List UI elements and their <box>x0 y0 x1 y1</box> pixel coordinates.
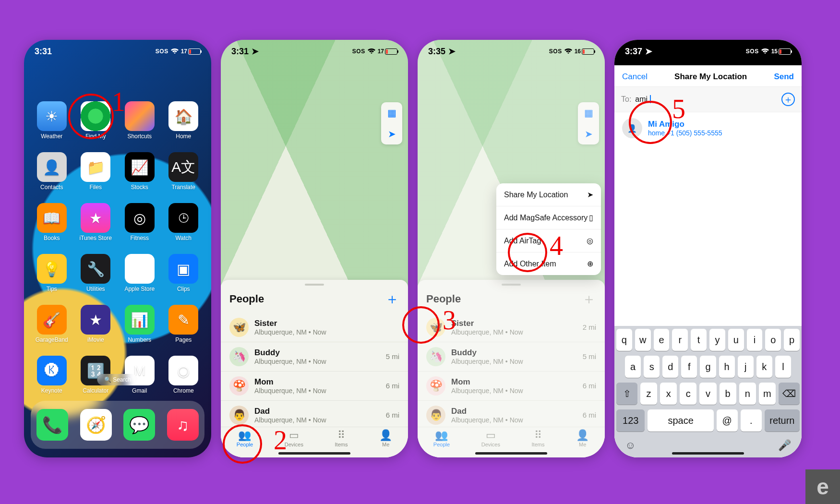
app-weather[interactable]: ☀︎Weather <box>30 101 74 140</box>
location-services-icon: ➤ <box>645 46 652 57</box>
phone-icon[interactable]: 📞 <box>36 409 68 441</box>
home-indicator[interactable] <box>475 452 547 455</box>
wifi-icon <box>171 48 179 54</box>
key-n[interactable]: n <box>739 383 756 405</box>
apple-store-icon <box>125 254 155 284</box>
music-icon[interactable]: ♫ <box>167 409 199 441</box>
key-w[interactable]: w <box>635 329 651 351</box>
location-services-icon: ➤ <box>252 46 259 57</box>
key-q[interactable]: q <box>616 329 632 351</box>
app-fitness[interactable]: ◎Fitness <box>118 203 162 241</box>
app-watch[interactable]: ⌚︎Watch <box>162 203 206 241</box>
tab-devices[interactable]: ▭Devices <box>285 429 303 447</box>
key-g[interactable]: g <box>700 356 716 378</box>
wifi-icon <box>564 48 572 54</box>
key-b[interactable]: b <box>720 383 736 405</box>
key-m[interactable]: m <box>759 383 776 405</box>
app-itunes-store[interactable]: ★iTunes Store <box>74 203 118 241</box>
tab-me[interactable]: 👤Me <box>379 429 392 447</box>
key-i[interactable]: i <box>747 329 763 351</box>
app-contacts[interactable]: 👤Contacts <box>30 152 74 191</box>
app-tips[interactable]: 💡Tips <box>30 254 74 292</box>
key-shift[interactable]: ⇧ <box>616 383 637 405</box>
app-label: Translate <box>171 184 195 191</box>
dictation-key[interactable]: 🎤 <box>778 439 791 452</box>
key-v[interactable]: v <box>699 383 716 405</box>
home-indicator[interactable] <box>278 452 350 455</box>
people-list[interactable]: 🦋SisterAlbuquerque, NM • Now🦄BuddyAlbuqu… <box>221 313 408 427</box>
home-indicator[interactable] <box>672 452 744 455</box>
safari-icon[interactable]: 🧭 <box>80 409 112 441</box>
annotation-circle-5 <box>629 101 672 144</box>
key-p[interactable]: p <box>784 329 800 351</box>
key-x[interactable]: x <box>660 383 677 405</box>
key-z[interactable]: z <box>640 383 657 405</box>
key-k[interactable]: k <box>756 356 772 378</box>
app-pages[interactable]: ✎Pages <box>162 305 206 343</box>
key-s[interactable]: s <box>644 356 660 378</box>
app-label: Tips <box>47 286 57 292</box>
key-l[interactable]: l <box>775 356 791 378</box>
app-garageband[interactable]: 🎸GarageBand <box>30 305 74 343</box>
key-c[interactable]: c <box>680 383 696 405</box>
app-keynote[interactable]: 🅚Keynote <box>30 356 74 394</box>
app-apple-store[interactable]: Apple Store <box>118 254 162 292</box>
key-h[interactable]: h <box>719 356 735 378</box>
app-imovie[interactable]: ★iMovie <box>74 305 118 343</box>
tab-label: Devices <box>285 442 303 447</box>
status-time: 3:35 <box>428 47 445 57</box>
tab-items[interactable]: ⠿Items <box>335 429 348 447</box>
key-e[interactable]: e <box>654 329 670 351</box>
key-y[interactable]: y <box>709 329 725 351</box>
menu-item-add-magsafe-accessory[interactable]: Add MagSafe Accessory▯ <box>496 206 601 229</box>
app-label: iTunes Store <box>79 235 112 241</box>
messages-icon[interactable]: 💬 <box>123 409 155 441</box>
app-chrome[interactable]: ◉Chrome <box>162 356 206 394</box>
key-space[interactable]: space <box>648 409 713 432</box>
key-at[interactable]: @ <box>717 409 738 432</box>
battery-icon: 17 <box>378 48 397 55</box>
emoji-key[interactable]: ☺ <box>625 439 636 452</box>
key-dot[interactable]: . <box>741 409 762 432</box>
key-o[interactable]: o <box>765 329 781 351</box>
key-u[interactable]: u <box>728 329 744 351</box>
add-person-button[interactable]: ＋ <box>385 289 399 309</box>
menu-item-share-my-location[interactable]: Share My Location➤ <box>496 183 601 206</box>
annotation-number: 4 <box>550 230 563 261</box>
person-row[interactable]: 🦄BuddyAlbuquerque, NM • Now5 mi <box>221 342 408 371</box>
app-books[interactable]: 📖Books <box>30 203 74 241</box>
key-r[interactable]: r <box>672 329 688 351</box>
person-row[interactable]: 🦋SisterAlbuquerque, NM • Now <box>221 313 408 342</box>
app-numbers[interactable]: 📊Numbers <box>118 305 162 343</box>
app-utilities[interactable]: 🔧Utilities <box>74 254 118 292</box>
send-button[interactable]: Send <box>774 72 794 82</box>
key-d[interactable]: d <box>662 356 678 378</box>
me-tab-icon: 👤 <box>379 429 392 441</box>
app-stocks[interactable]: 📈Stocks <box>118 152 162 191</box>
key-t[interactable]: t <box>691 329 707 351</box>
map-layers-button[interactable]: ▦ <box>381 102 402 123</box>
app-label: Weather <box>41 133 62 140</box>
key-123[interactable]: 123 <box>616 409 645 432</box>
add-contact-button[interactable]: ＋ <box>781 93 795 106</box>
app-translate[interactable]: A文Translate <box>162 152 206 191</box>
app-files[interactable]: 📁Files <box>74 152 118 191</box>
translate-icon: A文 <box>168 152 198 182</box>
key-a[interactable]: a <box>625 356 641 378</box>
app-clips[interactable]: ▣Clips <box>162 254 206 292</box>
key-f[interactable]: f <box>681 356 697 378</box>
to-label: To: <box>621 95 631 104</box>
annotation-circle-3 <box>402 306 440 344</box>
cancel-button[interactable]: Cancel <box>622 72 648 82</box>
app-label: Shortcuts <box>127 133 152 140</box>
person-name: Buddy <box>254 348 380 358</box>
key-delete[interactable]: ⌫ <box>779 383 800 405</box>
key-return[interactable]: return <box>765 409 800 432</box>
person-row[interactable]: 👨DadAlbuquerque, NM • Now6 mi <box>221 400 408 427</box>
recenter-button[interactable]: ➤ <box>381 123 402 144</box>
spotlight-search[interactable]: 🔍 Search <box>97 374 138 385</box>
person-row[interactable]: 🍄MomAlbuquerque, NM • Now6 mi <box>221 371 408 400</box>
app-home[interactable]: 🏠Home <box>162 101 206 140</box>
key-j[interactable]: j <box>738 356 754 378</box>
app-label: Calculator <box>83 387 108 394</box>
